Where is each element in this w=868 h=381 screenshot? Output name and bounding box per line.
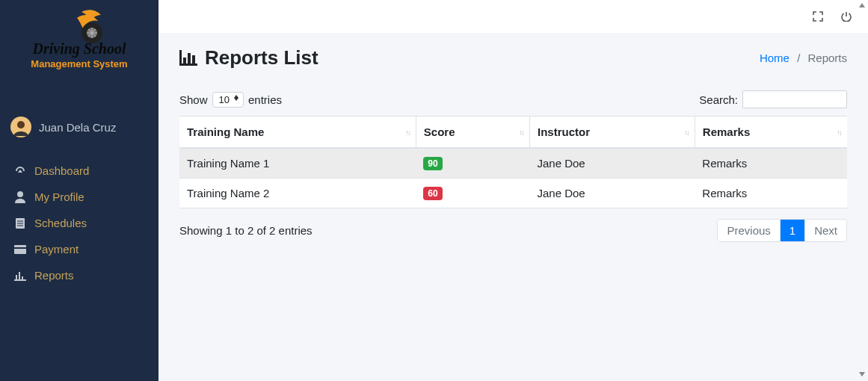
power-icon[interactable]: [841, 11, 852, 22]
col-header-label: Instructor: [538, 126, 590, 138]
breadcrumb-home[interactable]: Home: [760, 52, 789, 64]
nav-item-schedules[interactable]: Schedules: [6, 211, 153, 235]
table-row: Training Name 260Jane DoeRemarks: [179, 179, 847, 208]
col-header[interactable]: Score↑↓: [416, 117, 529, 149]
svg-text:Driving School: Driving School: [31, 40, 126, 58]
cell-instructor: Jane Doe: [529, 148, 695, 179]
svg-rect-16: [14, 247, 26, 249]
table-row: Training Name 190Jane DoeRemarks: [179, 148, 847, 179]
logo-icon: Driving School Management System: [23, 7, 135, 70]
cell-remarks: Remarks: [695, 179, 847, 208]
avatar: [10, 117, 31, 137]
nav-label: Schedules: [34, 217, 87, 229]
cell-training-name: Training Name 2: [179, 179, 416, 208]
col-header-label: Score: [424, 126, 455, 138]
col-header[interactable]: Training Name↑↓: [179, 117, 416, 149]
sort-icon: ↑↓: [405, 128, 410, 136]
vertical-scrollbar[interactable]: [858, 0, 867, 381]
nav-item-dashboard[interactable]: Dashboard: [6, 158, 153, 183]
nav-label: My Profile: [34, 190, 84, 203]
table-info: Showing 1 to 2 of 2 entries: [179, 224, 313, 237]
svg-text:Management System: Management System: [31, 58, 127, 69]
svg-rect-22: [179, 50, 182, 65]
fullscreen-icon[interactable]: [813, 11, 823, 22]
entries-label: entries: [248, 93, 282, 106]
scroll-down-icon[interactable]: [859, 372, 865, 378]
gauge-icon: [13, 165, 27, 177]
user-icon: [13, 191, 27, 203]
card-icon: [13, 245, 27, 254]
book-icon: [13, 217, 27, 229]
breadcrumb: Home / Reports: [760, 52, 847, 64]
page-title: Reports List: [179, 46, 318, 69]
nav-item-payment[interactable]: Payment: [6, 237, 153, 261]
svg-rect-18: [16, 275, 17, 279]
nav: Dashboard My Profile Schedules Payment R…: [0, 145, 158, 289]
chart-icon: [13, 270, 27, 281]
brand-logo: Driving School Management System: [0, 0, 158, 76]
search-input[interactable]: [742, 90, 847, 108]
nav-item-profile[interactable]: My Profile: [6, 185, 153, 209]
svg-rect-15: [14, 245, 26, 254]
reports-card: Show 10 entries Search: Training Name↑↓S…: [179, 83, 847, 242]
svg-rect-23: [183, 58, 186, 64]
main: Reports List Home / Reports Show 10 entr…: [158, 0, 868, 381]
topbar: [158, 0, 868, 33]
reports-table: Training Name↑↓Score↑↓Instructor↑↓Remark…: [179, 116, 847, 208]
col-header-label: Remarks: [703, 126, 750, 138]
breadcrumb-sep: /: [792, 52, 804, 64]
cell-training-name: Training Name 1: [179, 148, 416, 179]
svg-rect-25: [192, 55, 195, 64]
nav-label: Reports: [34, 269, 74, 282]
cell-score: 90: [416, 148, 529, 179]
svg-rect-24: [188, 53, 191, 64]
page-prev[interactable]: Previous: [718, 220, 779, 241]
svg-rect-17: [14, 279, 26, 281]
sort-icon: ↑↓: [684, 128, 689, 136]
nav-item-reports[interactable]: Reports: [6, 263, 153, 288]
col-header[interactable]: Instructor↑↓: [529, 117, 695, 149]
search-control: Search:: [699, 90, 847, 108]
bar-chart-icon: [179, 50, 197, 66]
length-select[interactable]: 10: [212, 92, 244, 108]
sidebar: Driving School Management System Juan De…: [0, 0, 158, 381]
user-name: Juan Dela Cruz: [39, 121, 116, 134]
search-label: Search:: [699, 93, 738, 106]
show-label: Show: [179, 93, 208, 106]
page-next[interactable]: Next: [804, 220, 846, 241]
svg-point-10: [17, 191, 23, 197]
cell-instructor: Jane Doe: [529, 179, 695, 208]
col-header[interactable]: Remarks↑↓: [695, 117, 847, 149]
page-1[interactable]: 1: [780, 220, 804, 241]
cell-remarks: Remarks: [695, 148, 847, 179]
length-control: Show 10 entries: [179, 92, 282, 108]
svg-rect-19: [19, 272, 20, 279]
nav-label: Dashboard: [34, 164, 89, 177]
page-title-text: Reports List: [205, 46, 318, 69]
svg-rect-21: [179, 64, 197, 66]
sort-icon: ↑↓: [519, 128, 523, 136]
nav-label: Payment: [34, 243, 79, 255]
svg-point-9: [17, 121, 25, 128]
scroll-up-icon[interactable]: [859, 3, 865, 9]
breadcrumb-current: Reports: [807, 52, 847, 64]
cell-score: 60: [416, 179, 529, 208]
user-panel[interactable]: Juan Dela Cruz: [0, 109, 158, 145]
pagination: Previous 1 Next: [717, 219, 847, 242]
content: Reports List Home / Reports Show 10 entr…: [158, 33, 868, 242]
sort-icon: ↑↓: [837, 128, 841, 136]
svg-rect-20: [22, 276, 23, 279]
col-header-label: Training Name: [187, 126, 264, 138]
score-badge: 60: [423, 187, 442, 200]
score-badge: 90: [423, 157, 442, 170]
